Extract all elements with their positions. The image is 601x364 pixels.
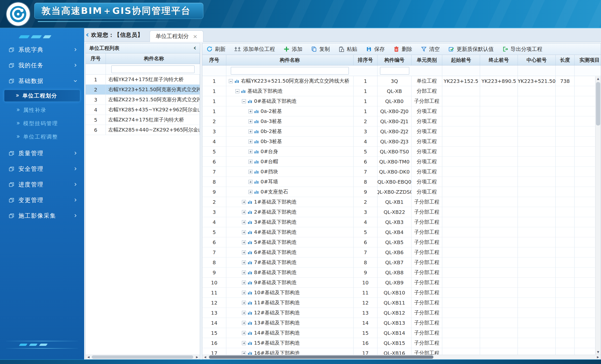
- expand-toggle-icon[interactable]: [242, 311, 246, 315]
- sidebar-item-变更管理[interactable]: 变更管理: [0, 192, 84, 208]
- expand-toggle-icon[interactable]: [242, 220, 246, 224]
- expand-toggle-icon[interactable]: [248, 109, 252, 113]
- table-row[interactable]: 1514#基础及下部构造15QL-XB14子分部工程: [202, 328, 601, 338]
- expand-toggle-icon[interactable]: [248, 180, 252, 184]
- table-row[interactable]: 50#台身5QL-XB0-TS0分项工程: [202, 147, 601, 157]
- sidebar-item-我的任务[interactable]: 我的任务: [0, 57, 84, 73]
- scroll-right-arrow-icon[interactable]: ▶: [595, 355, 601, 359]
- main-table-hscrollbar[interactable]: ◀ ▶: [202, 355, 601, 359]
- expand-toggle-icon[interactable]: [242, 230, 246, 234]
- expand-toggle-icon[interactable]: [248, 170, 252, 174]
- toolbar-button-copy[interactable]: 复制: [311, 46, 330, 53]
- column-header-category[interactable]: 单元类别: [412, 55, 442, 65]
- sidebar-item-安全管理[interactable]: 安全管理: [0, 161, 84, 177]
- expand-toggle-icon[interactable]: [248, 129, 252, 134]
- expand-toggle-icon[interactable]: [248, 160, 252, 164]
- unit-list-hscrollbar[interactable]: ◀ ▶: [86, 355, 200, 359]
- list-item[interactable]: 3左幅ZK223+521.50阿克塞分离式立交跨线大桥: [86, 95, 200, 105]
- sidebar-item-系统字典[interactable]: 系统字典: [0, 42, 84, 57]
- collapse-toggle-icon[interactable]: [229, 79, 233, 83]
- table-row[interactable]: 80#耳墙8QL-XB0-EBQ0分项工程: [202, 177, 601, 187]
- vscroll-thumb[interactable]: [596, 82, 600, 125]
- sidebar-subitem-单位工程调整[interactable]: 单位工程调整: [0, 130, 84, 143]
- tab-unit-project-division[interactable]: 单位工程划分 ×: [150, 30, 203, 42]
- table-row[interactable]: 1615#基础及下部构造16QL-XB15子分部工程: [202, 338, 601, 348]
- expand-toggle-icon[interactable]: [242, 250, 246, 254]
- sidebar-item-质量管理[interactable]: 质量管理: [0, 145, 84, 161]
- table-row[interactable]: 70#挡块7QL-XB0-DK0分项工程: [202, 167, 601, 177]
- sidebar-item-基础数据[interactable]: 基础数据: [0, 73, 84, 89]
- toolbar-button-update-qa-defaults[interactable]: 更新质保默认值: [448, 46, 494, 53]
- hscroll-thumb[interactable]: [209, 355, 433, 359]
- expand-toggle-icon[interactable]: [242, 200, 246, 204]
- expand-toggle-icon[interactable]: [248, 119, 252, 123]
- expand-toggle-icon[interactable]: [242, 271, 246, 275]
- table-row[interactable]: 21#基础及下部构造2QL-XB1子分部工程: [202, 197, 601, 207]
- table-row[interactable]: 20a-3桩基2QL-XB0-ZJ1分项工程: [202, 116, 601, 126]
- toolbar-button-refresh[interactable]: 刷新: [206, 46, 226, 53]
- expand-toggle-icon[interactable]: [242, 240, 246, 244]
- table-row[interactable]: 76#基础及下部构造7QL-XB6子分部工程: [202, 247, 601, 257]
- table-row[interactable]: 65#基础及下部构造6QL-XB5子分部工程: [202, 237, 601, 247]
- table-row[interactable]: 40b-3桩基4QL-XB0-ZJ3分项工程: [202, 137, 601, 147]
- table-row[interactable]: 90#支座垫石9QL-XB0-ZZDS0分项工程: [202, 187, 601, 197]
- scroll-up-arrow-icon[interactable]: ▲: [595, 76, 601, 81]
- list-item[interactable]: 5左幅ZK274+175红崖子沟特大桥: [86, 115, 200, 125]
- column-header-start-stake[interactable]: 起始桩号: [442, 55, 480, 65]
- expand-toggle-icon[interactable]: [248, 150, 252, 154]
- collapse-sidebar-arrow-icon[interactable]: ‹: [86, 30, 89, 39]
- table-row[interactable]: 109#基础及下部构造10QL-XB9子分部工程: [202, 278, 601, 288]
- table-row[interactable]: 32#基础及下部构造3QL-XB22子分部工程: [202, 207, 601, 217]
- table-row[interactable]: 10a-2桩基1QL-XB0-ZJ0分项工程: [202, 106, 601, 116]
- table-row[interactable]: 54#基础及下部构造5QL-XB4子分部工程: [202, 227, 601, 237]
- sidebar-item-进度管理[interactable]: 进度管理: [0, 177, 84, 192]
- unit-name-filter-input[interactable]: [111, 65, 195, 73]
- table-row[interactable]: 30b-2桩基3QL-XB0-ZJ2分项工程: [202, 126, 601, 137]
- column-header-length[interactable]: 长度: [556, 55, 575, 65]
- expand-toggle-icon[interactable]: [242, 260, 246, 264]
- column-header-no[interactable]: 序号: [86, 53, 106, 64]
- table-row[interactable]: 1716#基础及下部构造17QL-XB16子分部工程: [202, 348, 601, 355]
- column-header-center-stake[interactable]: 中心桩号: [518, 55, 556, 65]
- table-row[interactable]: 10#基础及下部构造1QL-XB0子分部工程: [202, 96, 601, 106]
- expand-toggle-icon[interactable]: [242, 301, 246, 305]
- expand-toggle-icon[interactable]: [242, 210, 246, 214]
- expand-toggle-icon[interactable]: [242, 281, 246, 285]
- sidebar-item-施工影像采集[interactable]: 施工影像采集: [0, 208, 84, 223]
- column-header-seq[interactable]: 序号: [202, 55, 226, 65]
- component-code-filter-input[interactable]: [380, 67, 409, 75]
- expand-toggle-icon[interactable]: [242, 291, 246, 295]
- expand-toggle-icon[interactable]: [242, 341, 246, 345]
- expand-toggle-icon[interactable]: [248, 140, 252, 144]
- collapse-toggle-icon[interactable]: [235, 89, 239, 93]
- expand-toggle-icon[interactable]: [242, 331, 246, 335]
- list-item[interactable]: 2右幅YK223+521.50阿克塞分离式立交跨线大桥: [86, 85, 200, 95]
- table-row[interactable]: 1312#基础及下部构造13QL-XB12子分部工程: [202, 308, 601, 318]
- toolbar-button-export-subprojects[interactable]: 导出分项工程: [502, 46, 542, 53]
- list-item[interactable]: 6左幅ZK285+440~ZK292+965阿尔金山特长隧道: [86, 125, 200, 135]
- sidebar-subitem-属性补录[interactable]: 属性补录: [0, 103, 84, 117]
- table-row[interactable]: 1211#基础及下部构造12QL-XB11子分部工程: [202, 298, 601, 308]
- toolbar-button-paste[interactable]: 粘贴: [338, 46, 357, 53]
- collapse-toggle-icon[interactable]: [242, 99, 246, 103]
- column-header-sort[interactable]: 排序号: [354, 55, 377, 65]
- sidebar-subitem-单位工程划分[interactable]: 单位工程划分: [4, 90, 80, 102]
- expand-toggle-icon[interactable]: [242, 321, 246, 325]
- column-header-name[interactable]: 构件名称: [106, 53, 200, 64]
- main-table-vscrollbar[interactable]: ▲ ▼: [595, 76, 601, 355]
- expand-toggle-icon[interactable]: [242, 351, 246, 355]
- component-name-filter-input[interactable]: [231, 67, 349, 75]
- toolbar-button-add[interactable]: 添加: [283, 46, 302, 53]
- table-row[interactable]: 1右幅YK223+521.50阿克塞分离式立交跨线大桥13Q单位工程YK223+…: [202, 76, 601, 86]
- table-row[interactable]: 60#台帽6QL-XB0-TM0分项工程: [202, 157, 601, 167]
- table-row[interactable]: 98#基础及下部构造9QL-XB8子分部工程: [202, 268, 601, 278]
- sidebar-subitem-模型挂码管理[interactable]: 模型挂码管理: [0, 117, 84, 130]
- table-row[interactable]: 1基础及下部构造1QL-XB分部工程: [202, 86, 601, 96]
- expand-toggle-icon[interactable]: [248, 190, 252, 194]
- tab-close-icon[interactable]: ×: [193, 33, 197, 40]
- scroll-left-arrow-icon[interactable]: ◀: [202, 355, 208, 359]
- table-row[interactable]: 1110#基础及下部构造11QL-XB10子分部工程: [202, 288, 601, 298]
- column-header-measured[interactable]: 实测项目: [575, 55, 601, 65]
- table-row[interactable]: 1413#基础及下部构造14QL-XB13子分部工程: [202, 318, 601, 328]
- table-row[interactable]: 87#基础及下部构造8QL-XB7子分部工程: [202, 257, 601, 268]
